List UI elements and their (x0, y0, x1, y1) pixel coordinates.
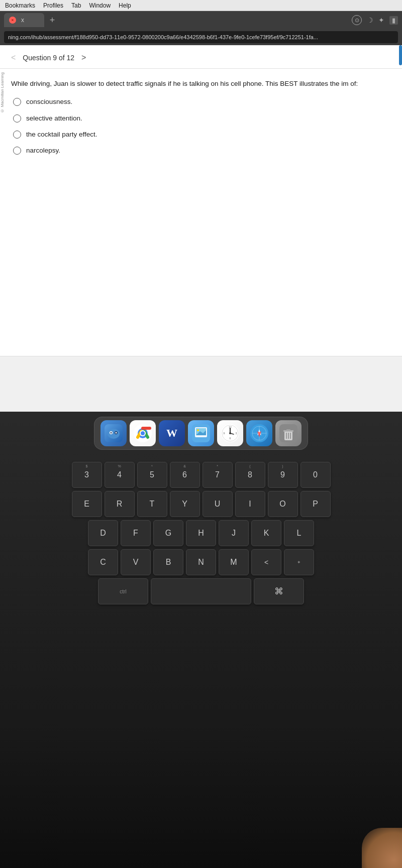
svg-text:9: 9 (224, 432, 225, 435)
key-space-left[interactable]: ctrl (98, 578, 148, 604)
key-v[interactable]: V (121, 549, 151, 575)
svg-point-14 (197, 429, 199, 431)
keyboard: $3 %4 ^5 &6 *7 (8 )9 0 E R T Y U I O P D… (0, 457, 402, 612)
menu-help[interactable]: Help (119, 2, 131, 9)
keyboard-row-top: E R T Y U I O P (4, 491, 398, 517)
answer-text-d: narcolepsy. (26, 146, 60, 156)
key-k[interactable]: K (251, 520, 281, 546)
url-input[interactable]: ning.com/ihub/assessment/f188d950-dd73-1… (4, 31, 398, 43)
key-space[interactable] (151, 578, 251, 604)
active-tab[interactable]: × x (4, 13, 44, 27)
key-o[interactable]: O (268, 491, 298, 517)
battery-icon: ▮ (389, 16, 398, 25)
browser-chrome: × x + ⊙ ☽ ✦ ▮ ning.com/ihub/assessment/f… (0, 11, 402, 45)
next-question-button[interactable]: > (78, 52, 89, 63)
svg-point-4 (111, 432, 112, 434)
key-comma[interactable]: < (251, 549, 281, 575)
key-j[interactable]: J (219, 520, 249, 546)
dock-chrome[interactable] (130, 420, 156, 446)
svg-point-1 (108, 429, 120, 439)
key-c[interactable]: C (88, 549, 118, 575)
key-8[interactable]: (8 (235, 462, 265, 488)
moon-icon: ☽ (367, 16, 373, 24)
menu-window[interactable]: Window (89, 2, 111, 9)
dock-finder[interactable] (100, 420, 127, 446)
new-tab-button[interactable]: + (46, 14, 58, 26)
key-t[interactable]: T (137, 491, 167, 517)
key-e[interactable]: E (72, 491, 102, 517)
svg-text:12: 12 (229, 426, 232, 429)
dock-word[interactable]: W (159, 420, 185, 446)
key-n[interactable]: N (186, 549, 216, 575)
key-f[interactable]: F (121, 520, 151, 546)
question-content: While driving, Juan is slower to detect … (0, 69, 402, 166)
key-r[interactable]: R (105, 491, 135, 517)
hand-corner (362, 828, 402, 868)
keyboard-row-home: D F G H J K L (4, 520, 398, 546)
copyright-label: © Macmillan Learning (0, 70, 7, 115)
prev-question-button[interactable]: < (8, 52, 19, 63)
address-bar: ning.com/ihub/assessment/f188d950-dd73-1… (0, 29, 402, 45)
svg-text:6: 6 (230, 437, 231, 440)
svg-text:3: 3 (236, 432, 237, 435)
svg-rect-33 (286, 429, 290, 431)
key-y[interactable]: Y (170, 491, 200, 517)
key-6[interactable]: &6 (170, 462, 200, 488)
answer-option-d[interactable]: narcolepsy. (13, 146, 394, 156)
svg-point-5 (116, 432, 117, 434)
dock-trash[interactable] (275, 420, 301, 446)
tab-bar: × x + ⊙ ☽ ✦ ▮ (0, 11, 402, 29)
key-3[interactable]: $3 (72, 462, 102, 488)
browser-content: © Macmillan Learning < Question 9 of 12 … (0, 45, 402, 356)
radio-b[interactable] (13, 114, 21, 122)
answer-option-c[interactable]: the cocktail party effect. (13, 130, 394, 140)
question-text: While driving, Juan is slower to detect … (11, 79, 394, 89)
scroll-indicator (399, 45, 402, 65)
tab-bar-right-icons: ⊙ ☽ ✦ ▮ (352, 15, 398, 25)
key-fn-special[interactable]: ✦ (284, 549, 314, 575)
tab-label: x (21, 17, 24, 24)
key-7[interactable]: *7 (203, 462, 233, 488)
radio-a[interactable] (13, 98, 21, 106)
key-4[interactable]: %4 (105, 462, 135, 488)
key-0[interactable]: 0 (300, 462, 331, 488)
question-navigation: < Question 9 of 12 > (0, 45, 402, 69)
key-h[interactable]: H (186, 520, 216, 546)
radio-d[interactable] (13, 147, 21, 155)
key-p[interactable]: P (300, 491, 331, 517)
dock-preview[interactable] (188, 420, 214, 446)
key-command[interactable]: ⌘ (254, 578, 304, 604)
answer-option-b[interactable]: selective attention. (13, 113, 394, 123)
keyboard-row-bottom: C V B N M < ✦ (4, 549, 398, 575)
answer-text-c: the cocktail party effect. (26, 130, 97, 140)
key-b[interactable]: B (153, 549, 183, 575)
radio-c[interactable] (13, 131, 21, 139)
tab-close-button[interactable]: × (9, 17, 16, 24)
keyboard-row-numbers: $3 %4 ^5 &6 *7 (8 )9 0 (4, 462, 398, 488)
key-m[interactable]: M (219, 549, 249, 575)
key-9[interactable]: )9 (268, 462, 298, 488)
answer-options: consciousness. selective attention. the … (11, 97, 394, 156)
question-counter: Question 9 of 12 (23, 54, 74, 62)
dock-clock[interactable]: 6 12 9 3 (217, 420, 243, 446)
menu-tab[interactable]: Tab (71, 2, 81, 9)
key-5[interactable]: ^5 (137, 462, 167, 488)
menu-profiles[interactable]: Profiles (43, 2, 63, 9)
answer-option-a[interactable]: consciousness. (13, 97, 394, 107)
key-u[interactable]: U (203, 491, 233, 517)
menu-bookmarks[interactable]: Bookmarks (5, 2, 35, 9)
dock-safari[interactable] (246, 420, 272, 446)
key-i[interactable]: I (235, 491, 265, 517)
dock: W 6 12 9 3 (94, 417, 308, 450)
desk-area (0, 723, 402, 868)
bluetooth-icon: ✦ (378, 16, 384, 24)
mac-screen: Bookmarks Profiles Tab Window Help × x +… (0, 0, 402, 452)
key-g[interactable]: G (153, 520, 183, 546)
key-l[interactable]: L (284, 520, 314, 546)
key-d[interactable]: D (88, 520, 118, 546)
keyboard-row-space: ctrl ⌘ (4, 578, 398, 604)
answer-text-b: selective attention. (26, 113, 82, 123)
answer-text-a: consciousness. (26, 97, 72, 107)
menu-bar: Bookmarks Profiles Tab Window Help (0, 0, 402, 11)
keyboard-area: W 6 12 9 3 (0, 412, 402, 713)
